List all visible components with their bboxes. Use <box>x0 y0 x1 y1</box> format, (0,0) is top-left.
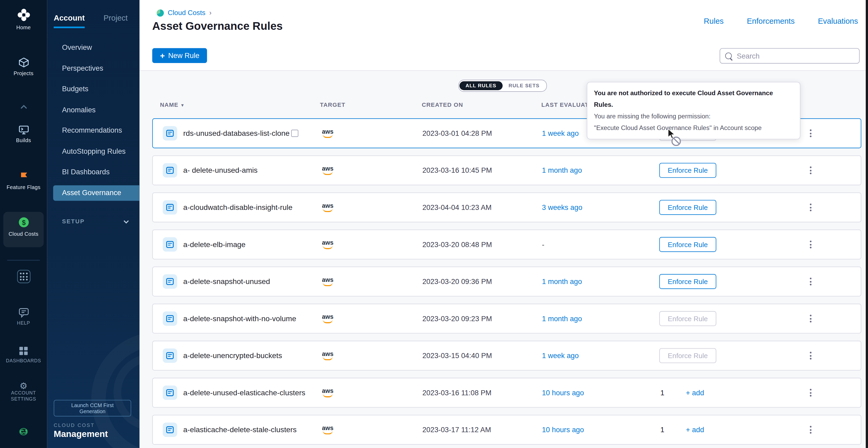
new-rule-button[interactable]: + New Rule <box>152 48 207 63</box>
setup-section-toggle[interactable]: SETUP <box>62 216 130 226</box>
aws-logo: aws <box>320 166 335 175</box>
sidebar-item-recommendations[interactable]: Recommendations <box>47 123 140 138</box>
copy-icon[interactable] <box>291 130 298 137</box>
aws-smile-icon <box>323 430 333 435</box>
table-row[interactable]: a-elasticache-delete-stale-clusters aws … <box>152 415 861 445</box>
sidebar-item-perspectives[interactable]: Perspectives <box>47 61 140 76</box>
module-picker[interactable] <box>0 270 47 283</box>
aws-logo: aws <box>320 240 335 249</box>
sidebar-item-bi-dashboards[interactable]: BI Dashboards <box>47 164 140 180</box>
table-row[interactable]: a-delete-elb-image aws 2023-03-20 08:48 … <box>152 230 861 259</box>
aws-logo: aws <box>320 351 335 360</box>
tab-project[interactable]: Project <box>103 13 127 28</box>
sidebar-item-asset-governance[interactable]: Asset Governance <box>53 185 140 201</box>
segment-all-rules[interactable]: ALL RULES <box>460 81 502 90</box>
rail-item-cloud-costs[interactable]: $ Cloud Costs <box>0 216 47 237</box>
rule-name[interactable]: rds-unused-databases-list-clone <box>183 129 289 137</box>
last-evaluation-link[interactable]: 10 hours ago <box>542 388 584 397</box>
enforce-rule-button[interactable]: Enforce Rule <box>659 274 716 289</box>
last-evaluation-link[interactable]: 1 week ago <box>542 351 579 360</box>
sidebar-item-anomalies[interactable]: Anomalies <box>47 102 140 117</box>
rule-name[interactable]: a-delete-snapshot-unused <box>183 277 270 285</box>
rule-name[interactable]: a- delete-unused-amis <box>183 166 257 174</box>
nav-link-rules[interactable]: Rules <box>704 16 724 26</box>
breadcrumb: Cloud Costs › <box>157 9 212 16</box>
user-avatar[interactable]: CJ <box>0 425 47 439</box>
rule-name[interactable]: a-elasticache-delete-stale-clusters <box>183 425 297 434</box>
breadcrumb-cloud-costs-link[interactable]: Cloud Costs <box>168 9 206 16</box>
table-row[interactable]: a- delete-unused-amis aws 2023-03-16 10:… <box>152 155 861 185</box>
enforce-rule-button[interactable]: Enforce Rule <box>659 200 716 215</box>
last-evaluation-link[interactable]: - <box>542 240 544 248</box>
last-evaluation-link[interactable]: 1 month ago <box>542 166 582 174</box>
svg-text:$: $ <box>22 219 25 226</box>
sidebar-item-budgets[interactable]: Budgets <box>47 81 140 97</box>
rule-name[interactable]: a-delete-snapshot-with-no-volume <box>183 314 296 322</box>
enforce-rule-button[interactable]: Enforce Rule <box>659 311 716 326</box>
table-row[interactable]: a-delete-unused-elasticache-clusters aws… <box>152 378 861 408</box>
rail-item-account-settings[interactable]: ⚙ ACCOUNT SETTINGS <box>0 383 47 402</box>
rail-item-home[interactable]: Home <box>0 8 47 30</box>
last-evaluation-link[interactable]: 1 week ago <box>542 129 579 137</box>
rail-collapse-chevron[interactable] <box>0 102 47 112</box>
table-row[interactable]: a-delete-snapshot-unused aws 2023-03-20 … <box>152 267 861 297</box>
rule-name[interactable]: a-delete-unused-elasticache-clusters <box>183 388 305 397</box>
last-evaluation-link[interactable]: 10 hours ago <box>542 425 584 434</box>
row-menu-icon[interactable] <box>808 201 814 213</box>
enforcement-count: 1 <box>660 425 664 434</box>
page-title: Asset Governance Rules <box>152 20 283 33</box>
rail-item-builds[interactable]: Builds <box>0 125 47 143</box>
last-evaluation-link[interactable]: 1 month ago <box>542 314 582 322</box>
row-menu-icon[interactable] <box>808 312 814 324</box>
aws-logo-text: aws <box>320 240 335 245</box>
row-menu-icon[interactable] <box>808 350 814 362</box>
aws-smile-icon <box>323 356 333 360</box>
rule-name[interactable]: a-delete-unencrypted-buckets <box>183 351 282 360</box>
add-enforcement-link[interactable]: + add <box>686 425 704 434</box>
rule-icon <box>163 385 177 400</box>
aws-logo: aws <box>320 388 335 398</box>
row-menu-icon[interactable] <box>808 386 814 399</box>
row-menu-icon[interactable] <box>808 238 814 250</box>
nav-link-enforcements[interactable]: Enforcements <box>747 16 795 26</box>
rule-name[interactable]: a-delete-elb-image <box>183 240 245 248</box>
module-eyebrow: CLOUD COST <box>54 422 94 428</box>
last-evaluation-link[interactable]: 3 weeks ago <box>542 203 582 211</box>
column-name[interactable]: NAME▾ <box>160 101 184 108</box>
tab-account[interactable]: Account <box>54 13 85 28</box>
add-enforcement-link[interactable]: + add <box>686 388 704 397</box>
sidebar-item-autostopping-rules[interactable]: AutoStopping Rules <box>47 143 140 159</box>
last-evaluation-link[interactable]: 1 month ago <box>542 277 582 285</box>
rail-item-dashboards[interactable]: DASHBOARDS <box>0 346 47 364</box>
rule-name[interactable]: a-cloudwatch-disable-insight-rule <box>183 203 292 211</box>
rail-item-projects[interactable]: Projects <box>0 57 47 76</box>
row-menu-icon[interactable] <box>808 127 814 139</box>
sidebar-item-overview[interactable]: Overview <box>47 40 140 56</box>
enforce-rule-button[interactable]: Enforce Rule <box>659 163 716 178</box>
segment-rule-sets[interactable]: RULE SETS <box>502 81 546 90</box>
search-input[interactable] <box>736 51 854 61</box>
table-row[interactable]: a-delete-snapshot-with-no-volume aws 202… <box>152 304 861 334</box>
aws-logo: aws <box>320 129 335 138</box>
scrollbar-track[interactable] <box>866 0 868 448</box>
enforce-rule-button[interactable]: Enforce Rule <box>659 348 716 363</box>
rail-item-help[interactable]: HELP <box>0 307 47 326</box>
main-content: Cloud Costs › Asset Governance Rules Rul… <box>140 0 866 448</box>
projects-cube-icon <box>18 60 29 70</box>
row-menu-icon[interactable] <box>808 164 814 176</box>
table-row[interactable]: a-delete-unencrypted-buckets aws 2023-03… <box>152 341 861 371</box>
column-created-on: CREATED ON <box>422 101 463 108</box>
launch-ccm-first-gen-button[interactable]: Launch CCM First Generation <box>54 400 131 416</box>
aws-logo-text: aws <box>320 425 335 430</box>
rail-label: Projects <box>0 70 47 76</box>
row-menu-icon[interactable] <box>808 424 814 436</box>
avatar: CJ <box>20 428 28 435</box>
table-row[interactable]: a-cloudwatch-disable-insight-rule aws 20… <box>152 193 861 222</box>
nav-link-evaluations[interactable]: Evaluations <box>818 16 858 26</box>
aws-smile-icon <box>323 282 333 286</box>
rail-item-feature-flags[interactable]: Feature Flags <box>0 171 47 190</box>
permission-tooltip: You are not authorized to execute Cloud … <box>587 82 800 139</box>
ccm-sidebar: Account Project Overview Perspectives Bu… <box>47 0 140 448</box>
enforce-rule-button[interactable]: Enforce Rule <box>659 237 716 252</box>
row-menu-icon[interactable] <box>808 276 814 288</box>
